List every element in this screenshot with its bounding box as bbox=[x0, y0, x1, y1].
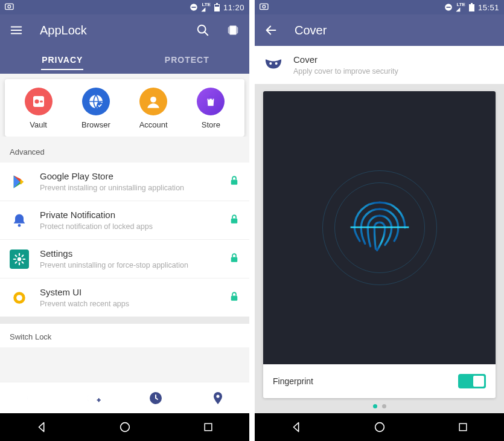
row-subtitle: Protect notification of locked apps bbox=[40, 222, 229, 231]
row-subtitle: Prevent uninstalling or force-stop appli… bbox=[40, 261, 229, 269]
clock-text: 11:20 bbox=[223, 3, 244, 12]
svg-rect-26 bbox=[205, 423, 212, 431]
svg-rect-3 bbox=[192, 7, 196, 8]
tab-label: PRIVACY bbox=[42, 55, 83, 65]
dnd-icon bbox=[444, 3, 453, 11]
nav-back-icon[interactable] bbox=[290, 420, 303, 434]
svg-rect-37 bbox=[459, 423, 467, 431]
svg-point-18 bbox=[18, 257, 21, 260]
pager-area[interactable]: Fingerprint bbox=[255, 84, 504, 413]
nav-recent-icon[interactable] bbox=[457, 421, 469, 433]
toolbar: Cover bbox=[255, 14, 504, 46]
row-system-ui[interactable]: System UI Prevent watch recent apps bbox=[0, 278, 249, 317]
cover-subtitle: Apply cover to improve security bbox=[293, 67, 398, 76]
tab-privacy[interactable]: PRIVACY bbox=[0, 46, 125, 74]
mask-icon bbox=[264, 57, 282, 73]
vault-icon bbox=[25, 88, 53, 115]
pager-dot[interactable] bbox=[382, 404, 386, 408]
ring-icon bbox=[10, 288, 29, 307]
row-subtitle: Prevent installing or uninstalling appli… bbox=[40, 184, 229, 192]
theme-icon[interactable] bbox=[226, 24, 240, 37]
camera-status-icon bbox=[260, 2, 269, 13]
section-advanced-label: Advanced bbox=[0, 137, 249, 163]
store-icon bbox=[197, 88, 225, 115]
row-settings[interactable]: Settings Prevent uninstalling or force-s… bbox=[0, 240, 249, 278]
network-label: LTE◢ bbox=[456, 2, 465, 12]
fingerprint-preview bbox=[263, 91, 496, 364]
lock-icon[interactable] bbox=[229, 175, 240, 188]
row-title: Settings bbox=[40, 248, 229, 259]
svg-rect-31 bbox=[469, 4, 474, 11]
bell-icon bbox=[10, 211, 29, 230]
svg-point-21 bbox=[16, 295, 22, 301]
quick-account[interactable]: Account bbox=[129, 88, 177, 129]
svg-rect-22 bbox=[231, 295, 238, 300]
clock-icon[interactable] bbox=[148, 390, 164, 406]
hamburger-icon[interactable] bbox=[10, 24, 23, 37]
tab-protect[interactable]: PROTECT bbox=[125, 46, 250, 74]
cover-toggle[interactable] bbox=[458, 374, 486, 388]
cover-card: Fingerprint bbox=[263, 91, 496, 398]
svg-point-28 bbox=[263, 5, 266, 8]
camera-status-icon bbox=[5, 2, 14, 13]
android-nav-bar bbox=[0, 413, 249, 441]
quick-browser[interactable]: Browser bbox=[72, 88, 120, 129]
play-store-icon bbox=[10, 172, 29, 192]
svg-point-24 bbox=[217, 394, 220, 398]
cover-name: Fingerprint bbox=[273, 376, 313, 386]
quick-label: Vault bbox=[30, 120, 47, 129]
svg-point-33 bbox=[269, 62, 272, 65]
quick-store[interactable]: Store bbox=[187, 88, 235, 129]
quick-vault[interactable]: Vault bbox=[14, 88, 63, 129]
gear-icon bbox=[10, 249, 29, 269]
back-arrow-icon[interactable] bbox=[264, 24, 278, 37]
lock-icon[interactable] bbox=[229, 291, 240, 304]
battery-icon bbox=[469, 3, 474, 11]
status-bar: LTE◢ 11:20 bbox=[0, 0, 249, 14]
nav-home-icon[interactable] bbox=[118, 420, 132, 434]
row-title: Google Play Store bbox=[40, 171, 229, 181]
row-play-store[interactable]: Google Play Store Prevent installing or … bbox=[0, 163, 249, 201]
scroll-content[interactable]: Vault Browser Account bbox=[0, 74, 249, 382]
quick-label: Account bbox=[139, 120, 168, 129]
dnd-icon bbox=[190, 3, 198, 11]
moon-plus-icon[interactable] bbox=[86, 390, 101, 406]
svg-point-14 bbox=[150, 97, 156, 103]
svg-point-36 bbox=[375, 423, 384, 432]
section-switch-lock-label: Switch Lock bbox=[0, 324, 249, 347]
moon-icon[interactable] bbox=[24, 390, 39, 406]
lock-icon[interactable] bbox=[229, 214, 240, 227]
android-nav-bar bbox=[255, 413, 504, 441]
svg-rect-32 bbox=[471, 3, 473, 4]
pager-dots bbox=[263, 398, 496, 408]
applock-screen: LTE◢ 11:20 AppLock PRIVACY PROTECT bbox=[0, 0, 249, 441]
svg-rect-5 bbox=[216, 3, 218, 4]
svg-point-16 bbox=[18, 224, 21, 227]
app-title: AppLock bbox=[40, 24, 196, 37]
svg-rect-19 bbox=[231, 257, 238, 262]
bottom-nav bbox=[0, 382, 249, 413]
row-title: System UI bbox=[40, 287, 229, 297]
nav-home-icon[interactable] bbox=[373, 420, 386, 434]
location-icon[interactable] bbox=[210, 390, 226, 406]
quick-label: Store bbox=[202, 120, 220, 129]
toolbar: AppLock bbox=[0, 14, 249, 46]
divider bbox=[0, 317, 249, 324]
lock-icon[interactable] bbox=[229, 253, 240, 266]
nav-back-icon[interactable] bbox=[35, 420, 48, 434]
battery-icon bbox=[214, 3, 220, 11]
account-icon bbox=[139, 88, 167, 115]
svg-point-10 bbox=[34, 100, 39, 104]
svg-rect-11 bbox=[40, 101, 43, 103]
cover-title: Cover bbox=[293, 54, 398, 65]
tab-bar: PRIVACY PROTECT bbox=[0, 46, 249, 74]
nav-recent-icon[interactable] bbox=[202, 421, 214, 433]
search-icon[interactable] bbox=[196, 24, 209, 37]
svg-point-25 bbox=[121, 423, 130, 432]
row-private-notification[interactable]: Private Notification Protect notificatio… bbox=[0, 201, 249, 240]
svg-rect-8 bbox=[230, 26, 236, 35]
clock-text: 15:51 bbox=[478, 3, 499, 12]
network-label: LTE◢ bbox=[202, 2, 211, 12]
cover-screen: LTE◢ 15:51 Cover Cover Apply cover to im… bbox=[255, 0, 504, 441]
pager-dot[interactable] bbox=[373, 404, 377, 408]
